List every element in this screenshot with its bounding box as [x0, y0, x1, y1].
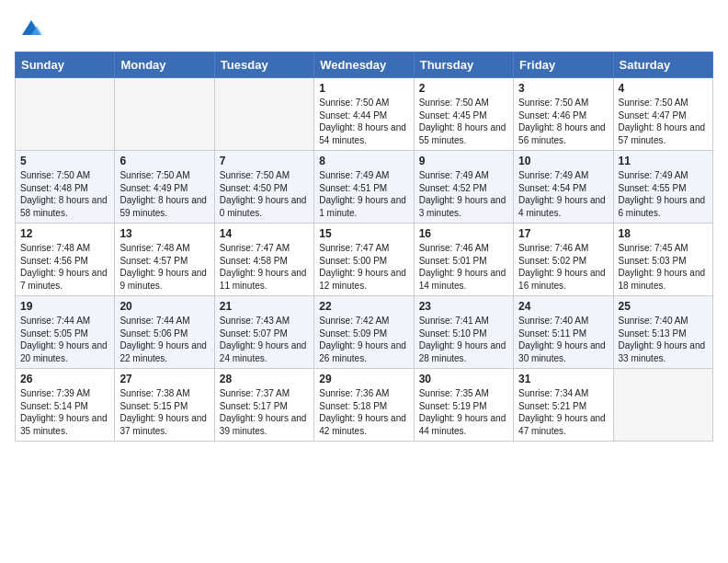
weekday-header: Friday — [514, 52, 613, 78]
calendar-cell: 19Sunrise: 7:44 AMSunset: 5:05 PMDayligh… — [16, 296, 115, 369]
day-number: 25 — [619, 300, 708, 313]
calendar-cell — [214, 78, 313, 151]
day-info: Sunrise: 7:47 AMSunset: 5:00 PMDaylight:… — [319, 242, 408, 292]
calendar-cell: 4Sunrise: 7:50 AMSunset: 4:47 PMDaylight… — [613, 78, 712, 151]
calendar-cell: 17Sunrise: 7:46 AMSunset: 5:02 PMDayligh… — [514, 224, 613, 296]
day-number: 3 — [518, 82, 608, 95]
day-info: Sunrise: 7:47 AMSunset: 4:58 PMDaylight:… — [220, 242, 309, 292]
day-number: 1 — [319, 82, 408, 95]
day-info: Sunrise: 7:42 AMSunset: 5:09 PMDaylight:… — [319, 315, 408, 364]
day-info: Sunrise: 7:36 AMSunset: 5:18 PMDaylight:… — [319, 387, 408, 437]
calendar-cell: 12Sunrise: 7:48 AMSunset: 4:56 PMDayligh… — [16, 224, 115, 296]
calendar-cell: 5Sunrise: 7:50 AMSunset: 4:48 PMDaylight… — [16, 151, 115, 224]
calendar-cell: 23Sunrise: 7:41 AMSunset: 5:10 PMDayligh… — [414, 296, 513, 369]
day-number: 4 — [619, 82, 708, 95]
day-info: Sunrise: 7:48 AMSunset: 4:56 PMDaylight:… — [20, 242, 109, 292]
day-number: 20 — [119, 300, 209, 313]
logo — [15, 15, 44, 40]
calendar-cell: 30Sunrise: 7:35 AMSunset: 5:19 PMDayligh… — [414, 369, 513, 442]
day-number: 17 — [518, 227, 608, 240]
day-number: 22 — [319, 300, 408, 313]
day-number: 16 — [419, 227, 508, 240]
calendar-cell: 14Sunrise: 7:47 AMSunset: 4:58 PMDayligh… — [214, 224, 313, 296]
logo-icon — [18, 15, 44, 40]
weekday-header: Wednesday — [314, 52, 414, 78]
weekday-header: Monday — [115, 52, 214, 78]
calendar-cell: 3Sunrise: 7:50 AMSunset: 4:46 PMDaylight… — [514, 78, 613, 151]
day-info: Sunrise: 7:34 AMSunset: 5:21 PMDaylight:… — [518, 387, 608, 437]
day-info: Sunrise: 7:50 AMSunset: 4:46 PMDaylight:… — [518, 97, 608, 146]
day-number: 29 — [319, 373, 408, 385]
day-number: 9 — [419, 155, 508, 167]
day-info: Sunrise: 7:50 AMSunset: 4:45 PMDaylight:… — [419, 97, 508, 146]
day-number: 5 — [20, 155, 109, 167]
calendar-cell: 22Sunrise: 7:42 AMSunset: 5:09 PMDayligh… — [314, 296, 414, 369]
calendar-cell: 26Sunrise: 7:39 AMSunset: 5:14 PMDayligh… — [16, 369, 115, 442]
day-info: Sunrise: 7:50 AMSunset: 4:44 PMDaylight:… — [319, 97, 408, 146]
day-number: 23 — [419, 300, 508, 313]
day-number: 19 — [20, 300, 109, 313]
calendar-cell: 27Sunrise: 7:38 AMSunset: 5:15 PMDayligh… — [115, 369, 214, 442]
day-number: 15 — [319, 227, 408, 240]
calendar-cell: 15Sunrise: 7:47 AMSunset: 5:00 PMDayligh… — [314, 224, 414, 296]
calendar-cell — [115, 78, 214, 151]
calendar-cell: 10Sunrise: 7:49 AMSunset: 4:54 PMDayligh… — [514, 151, 613, 224]
day-info: Sunrise: 7:49 AMSunset: 4:54 PMDaylight:… — [518, 169, 608, 219]
day-number: 13 — [119, 227, 209, 240]
calendar-week-row: 5Sunrise: 7:50 AMSunset: 4:48 PMDaylight… — [16, 151, 713, 224]
calendar-cell: 2Sunrise: 7:50 AMSunset: 4:45 PMDaylight… — [414, 78, 513, 151]
calendar-cell: 18Sunrise: 7:45 AMSunset: 5:03 PMDayligh… — [613, 224, 712, 296]
weekday-header: Tuesday — [214, 52, 313, 78]
calendar-cell: 31Sunrise: 7:34 AMSunset: 5:21 PMDayligh… — [514, 369, 613, 442]
calendar-cell: 1Sunrise: 7:50 AMSunset: 4:44 PMDaylight… — [314, 78, 414, 151]
day-info: Sunrise: 7:46 AMSunset: 5:02 PMDaylight:… — [518, 242, 608, 292]
day-info: Sunrise: 7:37 AMSunset: 5:17 PMDaylight:… — [220, 387, 309, 437]
day-info: Sunrise: 7:50 AMSunset: 4:48 PMDaylight:… — [20, 169, 109, 219]
calendar-cell: 29Sunrise: 7:36 AMSunset: 5:18 PMDayligh… — [314, 369, 414, 442]
day-info: Sunrise: 7:49 AMSunset: 4:52 PMDaylight:… — [419, 169, 508, 219]
calendar-cell: 28Sunrise: 7:37 AMSunset: 5:17 PMDayligh… — [214, 369, 313, 442]
day-info: Sunrise: 7:48 AMSunset: 4:57 PMDaylight:… — [119, 242, 209, 292]
weekday-header: Saturday — [613, 52, 712, 78]
calendar-table: SundayMondayTuesdayWednesdayThursdayFrid… — [15, 52, 713, 442]
day-number: 2 — [419, 82, 508, 95]
weekday-header: Sunday — [16, 52, 115, 78]
calendar-week-row: 1Sunrise: 7:50 AMSunset: 4:44 PMDaylight… — [16, 78, 713, 151]
calendar-cell: 25Sunrise: 7:40 AMSunset: 5:13 PMDayligh… — [613, 296, 712, 369]
day-number: 7 — [220, 155, 309, 167]
day-info: Sunrise: 7:46 AMSunset: 5:01 PMDaylight:… — [419, 242, 508, 292]
day-number: 10 — [518, 155, 608, 167]
calendar-cell: 9Sunrise: 7:49 AMSunset: 4:52 PMDaylight… — [414, 151, 513, 224]
day-info: Sunrise: 7:45 AMSunset: 5:03 PMDaylight:… — [619, 242, 708, 292]
day-info: Sunrise: 7:50 AMSunset: 4:50 PMDaylight:… — [220, 169, 309, 219]
day-info: Sunrise: 7:40 AMSunset: 5:13 PMDaylight:… — [619, 315, 708, 364]
day-number: 31 — [518, 373, 608, 385]
calendar-cell: 11Sunrise: 7:49 AMSunset: 4:55 PMDayligh… — [613, 151, 712, 224]
calendar-week-row: 19Sunrise: 7:44 AMSunset: 5:05 PMDayligh… — [16, 296, 713, 369]
day-number: 26 — [20, 373, 109, 385]
day-info: Sunrise: 7:43 AMSunset: 5:07 PMDaylight:… — [220, 315, 309, 364]
day-info: Sunrise: 7:44 AMSunset: 5:05 PMDaylight:… — [20, 315, 109, 364]
day-number: 14 — [220, 227, 309, 240]
day-info: Sunrise: 7:50 AMSunset: 4:47 PMDaylight:… — [619, 97, 708, 146]
day-number: 28 — [220, 373, 309, 385]
day-info: Sunrise: 7:41 AMSunset: 5:10 PMDaylight:… — [419, 315, 508, 364]
day-number: 21 — [220, 300, 309, 313]
calendar-cell: 24Sunrise: 7:40 AMSunset: 5:11 PMDayligh… — [514, 296, 613, 369]
calendar-week-row: 12Sunrise: 7:48 AMSunset: 4:56 PMDayligh… — [16, 224, 713, 296]
calendar-week-row: 26Sunrise: 7:39 AMSunset: 5:14 PMDayligh… — [16, 369, 713, 442]
day-info: Sunrise: 7:50 AMSunset: 4:49 PMDaylight:… — [119, 169, 209, 219]
day-number: 24 — [518, 300, 608, 313]
calendar-cell: 8Sunrise: 7:49 AMSunset: 4:51 PMDaylight… — [314, 151, 414, 224]
day-number: 30 — [419, 373, 508, 385]
calendar-cell: 7Sunrise: 7:50 AMSunset: 4:50 PMDaylight… — [214, 151, 313, 224]
day-number: 12 — [20, 227, 109, 240]
day-number: 8 — [319, 155, 408, 167]
day-info: Sunrise: 7:39 AMSunset: 5:14 PMDaylight:… — [20, 387, 109, 437]
page-header — [15, 15, 713, 40]
calendar-cell: 16Sunrise: 7:46 AMSunset: 5:01 PMDayligh… — [414, 224, 513, 296]
calendar-cell — [16, 78, 115, 151]
day-info: Sunrise: 7:49 AMSunset: 4:51 PMDaylight:… — [319, 169, 408, 219]
day-info: Sunrise: 7:44 AMSunset: 5:06 PMDaylight:… — [119, 315, 209, 364]
weekday-header-row: SundayMondayTuesdayWednesdayThursdayFrid… — [16, 52, 713, 78]
